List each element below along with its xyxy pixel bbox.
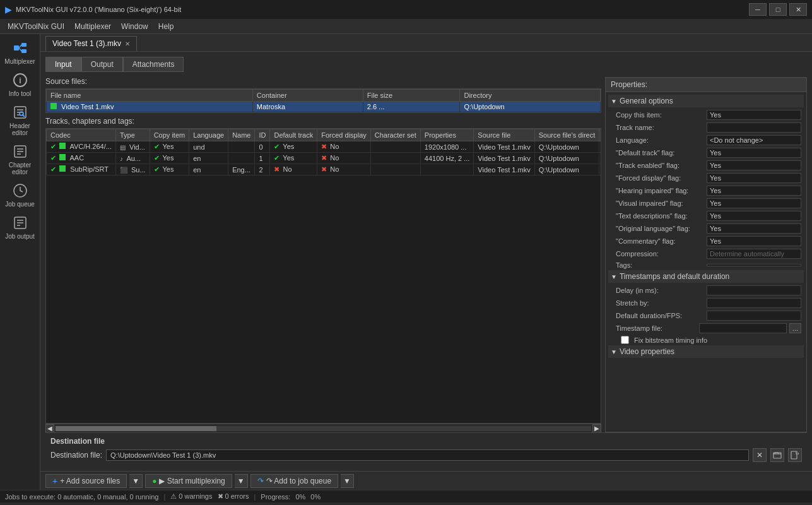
prop-row-text-descriptions: "Text descriptions" flag: Yes <box>608 210 804 222</box>
prop-label-stretch: Stretch by: <box>616 299 704 307</box>
menu-help[interactable]: Help <box>153 21 179 32</box>
prop-value-forced-display: Yes <box>707 173 801 183</box>
destination-new-button[interactable] <box>788 448 802 462</box>
timestamp-browse-btn[interactable]: ... <box>789 323 801 333</box>
prop-value-compression: Determine automatically <box>707 249 801 259</box>
source-file-row[interactable]: Video Test 1.mkv Matroska 2.6 ... Q:\Upt… <box>47 102 601 112</box>
panels: Source files: File name Container File s… <box>45 77 807 432</box>
header-editor-icon <box>11 104 29 121</box>
hscroll-left[interactable]: ◀ <box>45 424 54 433</box>
app-icon: ▶ <box>5 4 12 15</box>
destination-field-label: Destination file: <box>50 451 102 460</box>
sidebar-label-job-output: Job output <box>5 233 35 240</box>
start-mux-dropdown[interactable]: ▼ <box>235 474 248 488</box>
col-directory: Directory <box>460 90 601 102</box>
track-charset-1 <box>370 153 420 164</box>
sidebar-item-job-output[interactable]: Job output <box>1 211 39 242</box>
subtab-attachments[interactable]: Attachments <box>123 57 184 72</box>
close-button[interactable]: ✕ <box>789 3 807 16</box>
track-default-2: ✖ No <box>270 164 317 175</box>
tab-close-button[interactable]: ✕ <box>125 40 130 47</box>
prop-section-video[interactable]: ▼ Video properties <box>608 345 804 358</box>
sidebar-label-header-editor: Header editor <box>3 122 38 136</box>
track-source-direct-0: Q:\Uptodown <box>534 141 599 153</box>
track-program-0 <box>599 141 601 153</box>
properties-content[interactable]: ▼ General options Copy this item: Yes Tr… <box>606 92 806 432</box>
destination-input[interactable] <box>106 449 749 461</box>
prop-value-track-enabled: Yes <box>707 160 801 170</box>
menu-mkvtoolnix[interactable]: MKVToolNix GUI <box>3 21 69 32</box>
source-file-size: 2.6 ... <box>363 102 460 112</box>
start-multiplexing-button[interactable]: ● ▶ Start multiplexing <box>145 474 232 488</box>
hscroll-right[interactable]: ▶ <box>592 424 601 433</box>
section-triangle-general: ▼ <box>611 98 617 105</box>
source-file-dir: Q:\Uptodown <box>460 102 601 112</box>
prop-input-track-name[interactable] <box>707 122 801 133</box>
left-panel: Source files: File name Container File s… <box>45 77 601 432</box>
tracks-col-properties: Properties <box>420 129 474 141</box>
track-color-2 <box>59 165 66 172</box>
track-forced-0: ✖ No <box>317 141 371 153</box>
toolbar: + + Add source files ▼ ● ▶ Start multipl… <box>40 471 812 490</box>
track-lang-0: und <box>189 141 228 153</box>
prop-label-fix-bitstream: Fix bitstream timing info <box>634 336 801 344</box>
sidebar-item-info-tool[interactable]: i Info tool <box>1 69 39 100</box>
track-row-1[interactable]: ✔ AAC ♪ Au... <box>47 153 602 164</box>
sidebar-item-chapter-editor[interactable]: Chapter editor <box>1 140 39 178</box>
add-job-queue-button[interactable]: ↷ ↷ Add to job queue <box>250 474 338 488</box>
sidebar-label-job-queue: Job queue <box>5 201 35 208</box>
sidebar-item-header-editor[interactable]: Header editor <box>1 101 39 139</box>
job-output-icon <box>11 214 29 232</box>
sidebar-item-job-queue[interactable]: Job queue <box>1 179 39 210</box>
horizontal-scrollbar[interactable]: ◀ ▶ <box>45 424 601 432</box>
prop-value-tags <box>707 264 801 266</box>
tracks-table-wrapper[interactable]: Codec Type Copy item Language Name ID De… <box>45 128 601 424</box>
start-icon: ● <box>152 477 156 485</box>
tab-video-test[interactable]: Video Test 1 (3).mkv ✕ <box>45 36 137 51</box>
job-queue-icon <box>11 182 29 199</box>
track-id-2: 2 <box>255 164 270 175</box>
maximize-button[interactable]: □ <box>769 3 787 16</box>
prop-label-default-track: "Default track" flag: <box>616 149 704 157</box>
prop-input-timestamp-file[interactable] <box>699 323 786 333</box>
sidebar-item-multiplexer[interactable]: Multiplexer <box>1 37 39 68</box>
track-row-2[interactable]: ✔ SubRip/SRT ⬛ Su... <box>47 164 602 175</box>
track-check-2: ✔ <box>50 165 56 173</box>
prop-section-timestamps[interactable]: ▼ Timestamps and default duration <box>608 270 804 283</box>
status-jobs: Jobs to execute: 0 automatic, 0 manual, … <box>5 493 158 501</box>
svg-rect-2 <box>21 49 26 53</box>
track-id-0: 0 <box>255 141 270 153</box>
prop-row-language: Language: <Do not change> <box>608 134 804 146</box>
prop-label-visual-impaired: "Visual impaired" flag: <box>616 199 704 207</box>
track-source-direct-1: Q:\Uptodown <box>534 153 599 164</box>
prop-section-general[interactable]: ▼ General options <box>608 95 804 107</box>
minimize-button[interactable]: ─ <box>749 3 767 16</box>
prop-input-default-duration[interactable] <box>707 311 801 321</box>
prop-input-delay[interactable] <box>707 285 801 295</box>
prop-label-commentary: "Commentary" flag: <box>616 237 704 245</box>
prop-label-default-duration: Default duration/FPS: <box>616 312 704 319</box>
subtab-input[interactable]: Input <box>45 57 81 72</box>
tracks-col-id: ID <box>255 129 270 141</box>
menu-multiplexer[interactable]: Multiplexer <box>69 21 116 32</box>
fix-bitstream-checkbox[interactable] <box>621 336 629 344</box>
menubar: MKVToolNix GUI Multiplexer Window Help <box>0 19 812 34</box>
prop-value-original-language: Yes <box>707 223 801 234</box>
add-job-dropdown[interactable]: ▼ <box>341 474 354 488</box>
track-default-0: ✔ Yes <box>270 141 317 153</box>
add-source-dropdown[interactable]: ▼ <box>129 474 143 488</box>
destination-clear-button[interactable]: ✕ <box>753 448 767 462</box>
track-forced-1: ✖ No <box>317 153 371 164</box>
add-source-files-button[interactable]: + + Add source files <box>45 474 127 488</box>
subtab-output[interactable]: Output <box>81 57 123 72</box>
properties-panel: Properties: ▼ General options Copy this … <box>605 77 807 432</box>
titlebar-left: ▶ MKVToolNix GUI v72.0.0 ('Minuano (Six-… <box>5 4 181 15</box>
prop-row-default-duration: Default duration/FPS: <box>608 309 804 322</box>
prop-input-stretch[interactable] <box>707 298 801 308</box>
menu-window[interactable]: Window <box>116 21 153 32</box>
sidebar: Multiplexer i Info tool Header editor Ch… <box>0 34 40 490</box>
track-copy-1: ✔ Yes <box>150 153 189 164</box>
source-files-table: File name Container File size Directory <box>46 89 601 112</box>
destination-browse-button[interactable] <box>770 448 784 462</box>
track-row-0[interactable]: ✔ AVC/H.264/... ▤ Vid... <box>47 141 602 153</box>
